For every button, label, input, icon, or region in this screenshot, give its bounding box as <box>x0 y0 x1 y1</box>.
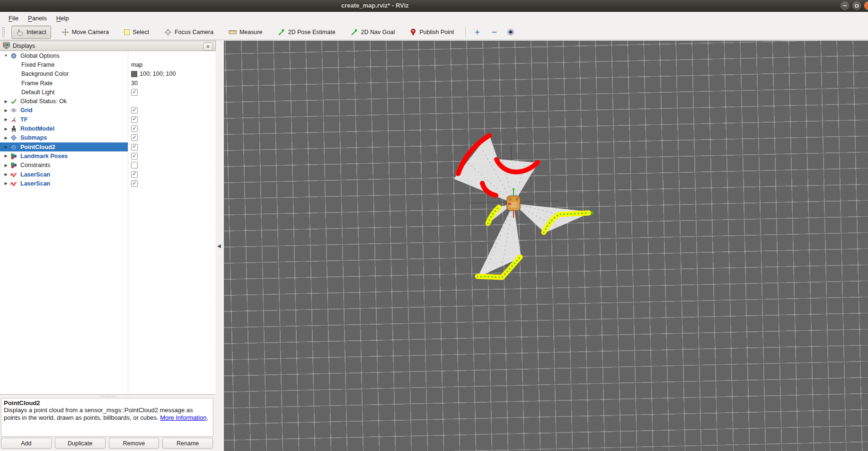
displays-close-button[interactable]: ✕ <box>203 43 213 51</box>
display-row-grid[interactable]: ▶ Grid ✓ <box>0 106 215 115</box>
select-tool-label: Select <box>133 29 149 35</box>
grid-label: Grid <box>20 107 33 114</box>
render-view[interactable] <box>224 41 868 451</box>
laserscan-checkbox[interactable]: ✓ <box>131 180 138 187</box>
titlebar[interactable]: create_map.rviz* - RViz <box>0 0 868 12</box>
color-swatch[interactable] <box>131 71 137 77</box>
expander-right-icon[interactable]: ▶ <box>3 127 9 131</box>
displays-panel-header[interactable]: Displays ✕ <box>0 41 216 51</box>
maximize-button[interactable] <box>852 1 861 10</box>
panel-collapse-arrow-icon[interactable]: ◀ <box>217 243 221 248</box>
tf-frame-marker <box>508 203 511 205</box>
interact-tool-button[interactable]: Interact <box>11 26 51 39</box>
grid-display-icon <box>10 107 18 114</box>
submaps-label: Submaps <box>20 134 47 141</box>
property-row-default-light[interactable]: Default Light ✓ <box>0 88 215 97</box>
rename-display-button[interactable]: Rename <box>162 438 213 449</box>
menu-panels[interactable]: Panels <box>23 13 52 24</box>
pointcloud2-checkbox[interactable]: ✓ <box>131 144 138 150</box>
laserscan-wave-icon <box>10 171 18 178</box>
focus-camera-tool-label: Focus Camera <box>175 29 213 35</box>
laserscan-label: LaserScan <box>20 171 50 178</box>
display-row-laserscan-1[interactable]: ▶ LaserScan ✓ <box>0 170 215 179</box>
display-row-robotmodel[interactable]: ▶ RobotModel ✓ <box>0 124 215 133</box>
menu-file[interactable]: File <box>4 13 23 24</box>
expander-right-icon[interactable]: ▶ <box>3 117 9 122</box>
tool-options-eye-icon[interactable] <box>507 29 514 35</box>
displays-tree: ▼ Global Options Fixed Frame map Backgro… <box>0 51 215 395</box>
frame-rate-value[interactable]: 30 <box>131 80 138 87</box>
add-tool-button[interactable]: + <box>471 27 483 37</box>
expander-right-icon[interactable]: ▶ <box>3 136 9 140</box>
expander-right-icon[interactable]: ▶ <box>3 99 9 104</box>
display-row-global-options[interactable]: ▼ Global Options <box>0 51 215 60</box>
pose-estimate-tool-button[interactable]: 2D Pose Estimate <box>273 26 340 39</box>
add-display-button[interactable]: Add <box>1 438 52 449</box>
submaps-checkbox[interactable]: ✓ <box>131 134 138 141</box>
remove-tool-button[interactable]: − <box>488 27 500 37</box>
ruler-icon <box>229 29 237 35</box>
expander-down-icon[interactable]: ▼ <box>3 53 9 58</box>
display-row-landmark-poses[interactable]: ▶ Landmark Poses ✓ <box>0 151 215 160</box>
duplicate-display-button[interactable]: Duplicate <box>55 438 106 449</box>
toolbar-grip-handle[interactable] <box>2 27 5 38</box>
description-splitter-handle[interactable] <box>0 395 216 398</box>
scene-canvas <box>224 41 868 451</box>
grid-checkbox[interactable]: ✓ <box>131 107 138 114</box>
minimize-icon <box>843 5 847 6</box>
submaps-diamond-icon <box>10 134 18 141</box>
display-row-global-status[interactable]: ▶ Global Status: Ok <box>0 97 215 106</box>
display-row-laserscan-2[interactable]: ▶ LaserScan ✓ <box>0 179 215 188</box>
constraints-checkbox[interactable] <box>131 162 138 168</box>
laserscan-checkbox[interactable]: ✓ <box>131 171 138 178</box>
poses-cluster-icon <box>10 162 18 168</box>
expander-right-icon[interactable]: ▶ <box>3 181 9 186</box>
panel-splitter[interactable]: ◀ <box>216 41 224 451</box>
select-tool-button[interactable]: Select <box>119 26 154 38</box>
expander-right-icon[interactable]: ▶ <box>3 172 9 177</box>
focus-camera-tool-button[interactable]: Focus Camera <box>159 26 218 39</box>
move-camera-tool-button[interactable]: Move Camera <box>57 26 114 39</box>
fixed-frame-value[interactable]: map <box>131 62 142 68</box>
more-information-link[interactable]: More Information <box>160 414 206 421</box>
remove-display-button[interactable]: Remove <box>109 438 159 449</box>
expander-right-icon[interactable]: ▶ <box>3 163 9 168</box>
display-row-submaps[interactable]: ▶ Submaps ✓ <box>0 133 215 142</box>
toolbar-separator <box>465 27 466 37</box>
pointcloud-dots-icon <box>10 144 18 150</box>
nav-goal-tool-button[interactable]: 2D Nav Goal <box>346 26 400 39</box>
publish-point-tool-label: Publish Point <box>419 29 454 35</box>
menubar: File Panels Help <box>0 12 868 24</box>
tf-checkbox[interactable]: ✓ <box>131 116 138 123</box>
hand-pointer-icon <box>16 28 24 36</box>
property-row-fixed-frame[interactable]: Fixed Frame map <box>0 60 215 69</box>
background-color-value[interactable]: 100; 100; 100 <box>140 71 176 77</box>
property-row-background-color[interactable]: Background Color 100; 100; 100 <box>0 70 215 79</box>
landmark-poses-checkbox[interactable]: ✓ <box>131 153 138 159</box>
window-controls <box>841 1 868 10</box>
measure-tool-button[interactable]: Measure <box>224 26 267 38</box>
expander-right-icon[interactable]: ▶ <box>3 108 9 113</box>
minimize-button[interactable] <box>841 1 849 10</box>
focus-crosshair-icon <box>164 28 172 36</box>
displays-monitor-icon <box>3 42 10 50</box>
property-row-frame-rate[interactable]: Frame Rate 30 <box>0 79 215 88</box>
display-row-constraints[interactable]: ▶ Constraints <box>0 161 215 170</box>
publish-point-tool-button[interactable]: Publish Point <box>405 26 459 39</box>
maximize-icon <box>855 4 859 8</box>
close-button[interactable] <box>864 1 868 10</box>
default-light-checkbox[interactable]: ✓ <box>131 89 138 96</box>
description-title: PointCloud2 <box>4 399 211 407</box>
rviz-window: create_map.rviz* - RViz File Panels Help… <box>0 0 868 451</box>
robotmodel-checkbox[interactable]: ✓ <box>131 125 138 132</box>
expander-right-icon[interactable]: ▶ <box>3 154 9 158</box>
poses-cluster-icon <box>10 153 18 159</box>
measure-tool-label: Measure <box>239 29 263 35</box>
submap-fans <box>454 134 593 277</box>
display-row-pointcloud2[interactable]: ▶ PointCloud2 ✓ <box>0 142 215 151</box>
menu-help[interactable]: Help <box>52 13 74 24</box>
display-row-tf[interactable]: ▶ TF ✓ <box>0 115 215 124</box>
display-description: PointCloud2 Displays a point cloud from … <box>1 398 213 437</box>
expander-right-icon[interactable]: ▶ <box>3 145 9 149</box>
fixed-frame-label: Fixed Frame <box>21 62 54 68</box>
